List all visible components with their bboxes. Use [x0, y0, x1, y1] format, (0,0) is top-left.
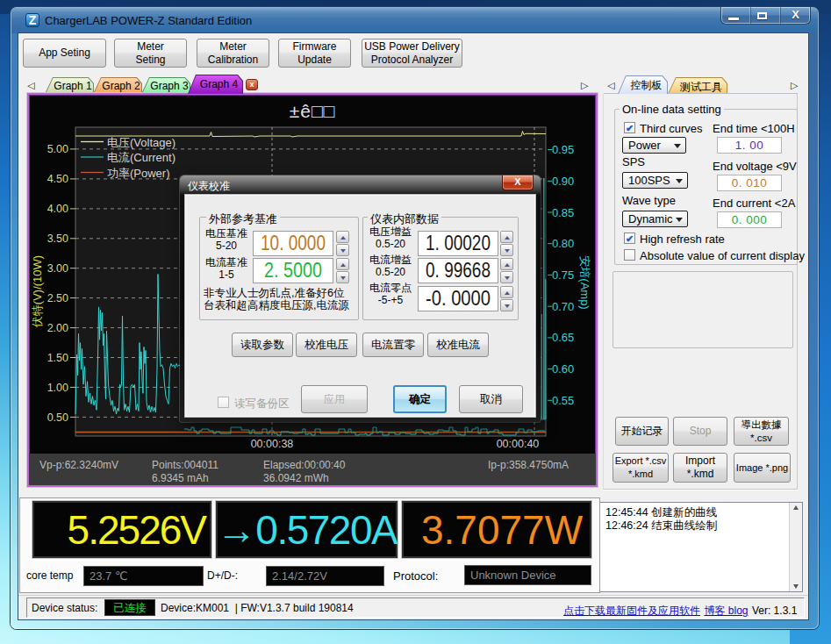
- svg-text:0. 99668: 0. 99668: [426, 259, 491, 282]
- svg-text:4.00: 4.00: [47, 203, 68, 215]
- svg-text:00:00:38: 00:00:38: [251, 438, 294, 450]
- svg-text:0.80: 0.80: [552, 237, 574, 250]
- svg-text:0.95: 0.95: [552, 143, 574, 156]
- svg-text:安培(Amp): 安培(Amp): [578, 255, 591, 309]
- svg-text:功率(Power): 功率(Power): [107, 167, 170, 180]
- svg-text:0.50: 0.50: [47, 411, 68, 424]
- svg-text:2.50: 2.50: [47, 292, 68, 304]
- svg-text:00:00:40: 00:00:40: [497, 438, 540, 450]
- svg-text:1.00: 1.00: [47, 382, 68, 394]
- svg-text:电流(Current): 电流(Current): [107, 151, 176, 164]
- svg-text:±ê□□: ±ê□□: [290, 101, 336, 121]
- svg-text:0.60: 0.60: [552, 362, 574, 376]
- svg-text:0.90: 0.90: [552, 175, 574, 188]
- svg-text:10. 0000: 10. 0000: [261, 232, 326, 254]
- svg-text:1.50: 1.50: [47, 352, 68, 364]
- svg-text:2. 5000: 2. 5000: [264, 259, 322, 282]
- svg-text:0.85: 0.85: [552, 206, 574, 219]
- svg-text:3.50: 3.50: [47, 233, 68, 245]
- svg-text:1. 00020: 1. 00020: [426, 232, 491, 254]
- svg-text:0.70: 0.70: [552, 300, 574, 313]
- svg-text:2.00: 2.00: [47, 322, 68, 334]
- svg-text:3.00: 3.00: [47, 262, 68, 275]
- svg-text:电压(Voltage): 电压(Voltage): [107, 136, 176, 149]
- svg-text:0.75: 0.75: [552, 268, 574, 282]
- svg-text:0.55: 0.55: [552, 394, 574, 407]
- svg-text:4.50: 4.50: [47, 173, 68, 185]
- svg-text:-0. 0000: -0. 0000: [426, 287, 491, 310]
- svg-text:5.00: 5.00: [47, 143, 68, 155]
- svg-text:0.65: 0.65: [552, 331, 574, 344]
- svg-text:伏特(V)/(10W): 伏特(V)/(10W): [31, 255, 44, 328]
